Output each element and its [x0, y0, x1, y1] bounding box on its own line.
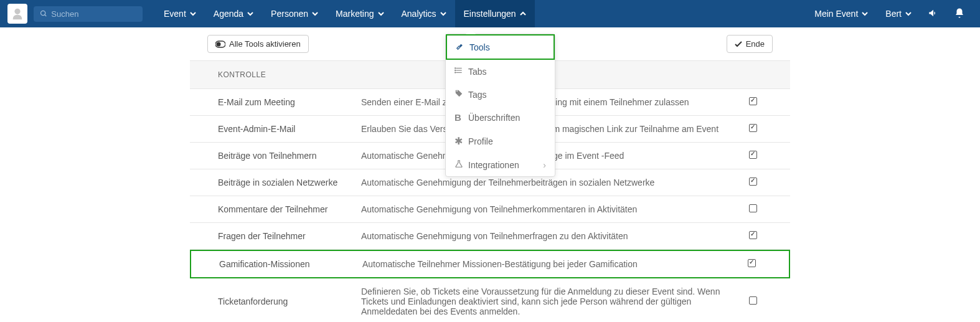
dropdown-item-tags[interactable]: Tags [446, 83, 555, 106]
flask-icon [455, 159, 468, 170]
dropdown-item-profile[interactable]: ✱ Profile [446, 129, 555, 153]
nav-label: Event [164, 9, 186, 19]
nav-label: Einstellungen [464, 9, 516, 19]
checkbox-checked-icon [749, 124, 757, 132]
svg-point-10 [455, 72, 456, 73]
chevron-down-icon [190, 11, 196, 17]
dropdown-item-tabs[interactable]: Tabs [446, 60, 555, 83]
bold-icon: B [455, 112, 468, 123]
dropdown-label: Profile [468, 136, 493, 146]
section-title: KONTROLLE [218, 70, 266, 79]
nav-label: Marketing [336, 9, 374, 19]
dropdown-label: Tags [468, 90, 487, 100]
checkbox-checked-icon [749, 178, 757, 186]
tag-icon [455, 89, 468, 100]
list-icon [455, 66, 468, 77]
row-check[interactable] [743, 296, 762, 306]
dropdown-item-integrations[interactable]: Integrationen › [446, 153, 555, 176]
content: Alle Tools aktivieren Ende KONTROLLE E-M… [0, 27, 980, 322]
chevron-down-icon [862, 11, 868, 17]
chevron-up-icon [520, 11, 526, 17]
dropdown-label: Integrationen [468, 160, 519, 170]
svg-point-4 [217, 42, 221, 46]
nav-right: Mein Event Bert [806, 0, 973, 27]
nav-marketing[interactable]: Marketing [327, 0, 392, 27]
megaphone-icon[interactable] [920, 7, 946, 21]
search-icon [40, 9, 47, 18]
einstellungen-dropdown: Tools Tabs Tags B Überschriften ✱ Profil… [445, 34, 555, 177]
nav-mein-event[interactable]: Mein Event [806, 0, 877, 27]
row-check[interactable] [743, 231, 762, 241]
app-logo[interactable] [7, 4, 27, 24]
nav-user[interactable]: Bert [877, 0, 920, 27]
row-name: Event-Admin-E-Mail [218, 124, 361, 134]
nav-personen[interactable]: Personen [262, 0, 327, 27]
row-desc: Automatische Genehmigung von Teilnehmerk… [361, 204, 743, 214]
svg-point-8 [455, 68, 456, 69]
svg-point-1 [41, 11, 45, 15]
search-box[interactable] [34, 6, 143, 22]
chevron-right-icon: › [543, 160, 546, 170]
row-check[interactable] [743, 124, 762, 134]
row-check[interactable] [743, 178, 762, 187]
nav-label: Analytics [402, 9, 436, 19]
nav-analytics[interactable]: Analytics [393, 0, 455, 27]
row-name: Beiträge von Teilnehmern [218, 151, 361, 161]
row-name: E-Mail zum Meeting [218, 97, 361, 107]
chevron-down-icon [905, 11, 912, 17]
row-check[interactable] [743, 204, 762, 214]
nav-label: Bert [885, 9, 902, 19]
table-row[interactable]: Kommentare der Teilnehmer Automatische G… [190, 196, 790, 223]
nav-items: Event Agenda Personen Marketing Analytic… [155, 0, 535, 27]
checkbox-checked-icon [748, 259, 756, 267]
end-button[interactable]: Ende [727, 35, 773, 53]
row-desc: Automatische Teilnehmer Missionen-Bestät… [362, 259, 742, 269]
nav-label: Mein Event [814, 9, 858, 19]
button-label: Alle Tools aktivieren [229, 39, 301, 49]
logo-icon [11, 7, 24, 21]
row-check[interactable] [743, 151, 762, 161]
nav-event[interactable]: Event [155, 0, 205, 27]
svg-point-0 [14, 9, 20, 14]
dropdown-item-headings[interactable]: B Überschriften [446, 106, 555, 129]
row-name: Fragen der Teilnehmer [218, 231, 361, 241]
chevron-down-icon [378, 11, 384, 17]
svg-line-2 [45, 15, 47, 17]
checkbox-checked-icon [749, 97, 757, 105]
nav-agenda[interactable]: Agenda [205, 0, 262, 27]
row-name: Gamification-Missionen [219, 259, 362, 269]
chevron-down-icon [440, 11, 446, 17]
svg-point-9 [455, 70, 456, 70]
table-row[interactable]: Ticketanforderung Definieren Sie, ob Tic… [190, 278, 790, 322]
nav-label: Agenda [214, 9, 243, 19]
nav-einstellungen[interactable]: Einstellungen [455, 0, 535, 27]
checkbox-unchecked-icon [749, 296, 757, 305]
dropdown-label: Überschriften [468, 113, 520, 123]
navbar: Event Agenda Personen Marketing Analytic… [0, 0, 980, 27]
row-name: Beiträge in sozialen Netzwerke [218, 178, 361, 187]
row-check[interactable] [742, 259, 761, 269]
checkbox-checked-icon [749, 151, 757, 159]
chevron-down-icon [247, 11, 253, 17]
checkbox-checked-icon [749, 231, 757, 239]
asterisk-icon: ✱ [455, 135, 468, 147]
table-row[interactable]: Fragen der Teilnehmer Automatische Geneh… [190, 223, 790, 250]
nav-label: Personen [271, 9, 308, 19]
toggle-icon [215, 40, 225, 48]
bell-icon[interactable] [946, 7, 973, 21]
wrench-icon [456, 42, 469, 52]
dropdown-label: Tools [469, 42, 490, 52]
search-input[interactable] [51, 9, 136, 19]
row-check[interactable] [743, 97, 762, 107]
row-desc: Automatische Genehmigung der Teilnehmerb… [361, 178, 743, 187]
dropdown-label: Tabs [468, 67, 487, 77]
activate-all-button[interactable]: Alle Tools aktivieren [207, 35, 309, 53]
row-name: Ticketanforderung [218, 296, 361, 306]
row-desc: Definieren Sie, ob Tickets eine Vorausse… [361, 286, 743, 316]
checkbox-unchecked-icon [749, 204, 757, 212]
chevron-down-icon [312, 11, 318, 17]
dropdown-item-tools[interactable]: Tools [446, 34, 555, 60]
row-name: Kommentare der Teilnehmer [218, 204, 361, 214]
check-icon [735, 40, 742, 48]
table-row-gamification[interactable]: Gamification-Missionen Automatische Teil… [190, 250, 790, 278]
